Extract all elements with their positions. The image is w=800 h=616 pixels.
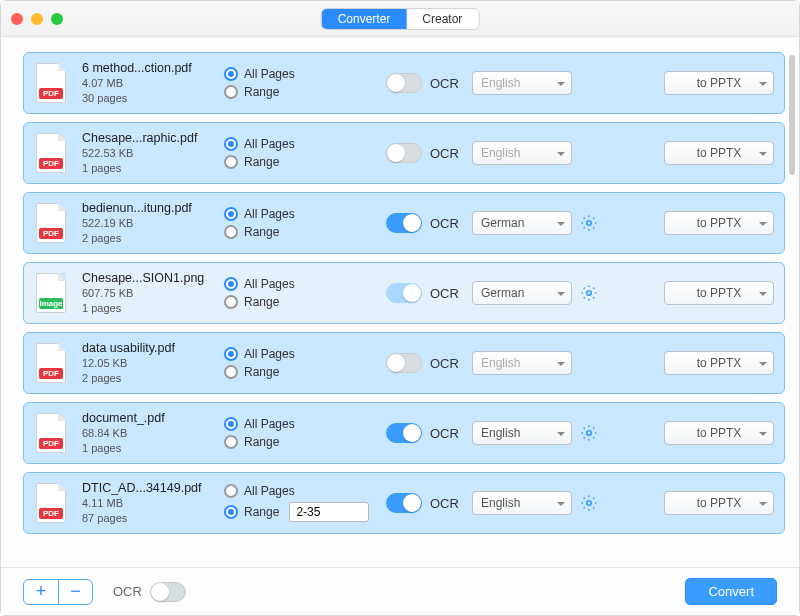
ocr-toggle[interactable] [386, 283, 422, 303]
output-format-select[interactable]: to PPTX [664, 281, 774, 305]
output-format-select[interactable]: to PPTX [664, 491, 774, 515]
close-window-button[interactable] [11, 13, 23, 25]
ocr-toggle[interactable] [386, 143, 422, 163]
file-size: 4.07 MB [82, 76, 216, 91]
file-pages: 2 pages [82, 231, 216, 246]
tab-creator[interactable]: Creator [406, 9, 478, 29]
radio-all-pages[interactable] [224, 137, 238, 151]
ocr-toggle[interactable] [386, 353, 422, 373]
file-pages: 30 pages [82, 91, 216, 106]
file-icon: PDF [36, 63, 66, 103]
file-size: 607.75 KB [82, 286, 216, 301]
ocr-settings-icon[interactable] [580, 284, 598, 302]
file-row[interactable]: PDFbedienun...itung.pdf522.19 KB2 pagesA… [23, 192, 785, 254]
mode-tabs: Converter Creator [321, 8, 480, 30]
file-row[interactable]: PDFdata usability.pdf12.05 KB2 pagesAll … [23, 332, 785, 394]
svg-point-2 [587, 431, 592, 436]
ocr-label: OCR [430, 426, 459, 441]
page-range-group: All PagesRange [224, 137, 378, 169]
ocr-label: OCR [430, 216, 459, 231]
remove-file-button[interactable]: − [58, 580, 92, 604]
ocr-toggle[interactable] [386, 423, 422, 443]
file-name: document_.pdf [82, 411, 216, 426]
range-label: Range [244, 155, 279, 169]
radio-all-pages[interactable] [224, 484, 238, 498]
radio-range[interactable] [224, 435, 238, 449]
file-row[interactable]: PDFDTIC_AD...34149.pdf4.11 MB87 pagesAll… [23, 472, 785, 534]
ocr-toggle[interactable] [386, 213, 422, 233]
file-size: 522.53 KB [82, 146, 216, 161]
radio-range[interactable] [224, 505, 238, 519]
global-ocr-toggle[interactable] [150, 582, 186, 602]
language-select[interactable]: English [472, 421, 572, 445]
all-pages-label: All Pages [244, 484, 295, 498]
file-icon: PDF [36, 203, 66, 243]
all-pages-label: All Pages [244, 207, 295, 221]
output-format-select[interactable]: to PPTX [664, 141, 774, 165]
file-type-badge: Image [39, 298, 63, 309]
radio-range[interactable] [224, 155, 238, 169]
range-label: Range [244, 295, 279, 309]
ocr-settings-icon[interactable] [580, 424, 598, 442]
file-name: Chesape...raphic.pdf [82, 131, 216, 146]
language-select[interactable]: English [472, 71, 572, 95]
minimize-window-button[interactable] [31, 13, 43, 25]
page-range-group: All PagesRange [224, 417, 378, 449]
titlebar: Converter Creator [1, 1, 799, 37]
range-input[interactable] [289, 502, 369, 522]
file-icon: PDF [36, 483, 66, 523]
file-info: data usability.pdf12.05 KB2 pages [80, 341, 216, 386]
language-select[interactable]: English [472, 351, 572, 375]
all-pages-label: All Pages [244, 277, 295, 291]
file-row[interactable]: PDF6 method...ction.pdf4.07 MB30 pagesAl… [23, 52, 785, 114]
file-row[interactable]: ImageChesape...SION1.png607.75 KB1 pages… [23, 262, 785, 324]
ocr-settings-icon[interactable] [580, 214, 598, 232]
output-format-select[interactable]: to PPTX [664, 71, 774, 95]
chevron-down-icon [759, 432, 767, 440]
output-format-select[interactable]: to PPTX [664, 211, 774, 235]
chevron-down-icon [759, 502, 767, 510]
radio-range[interactable] [224, 85, 238, 99]
language-select[interactable]: English [472, 491, 572, 515]
zoom-window-button[interactable] [51, 13, 63, 25]
range-label: Range [244, 85, 279, 99]
all-pages-label: All Pages [244, 67, 295, 81]
scrollbar[interactable] [789, 55, 795, 175]
file-row[interactable]: PDFdocument_.pdf68.84 KB1 pagesAll Pages… [23, 402, 785, 464]
output-format-select[interactable]: to PPTX [664, 421, 774, 445]
radio-range[interactable] [224, 295, 238, 309]
tab-converter[interactable]: Converter [322, 9, 407, 29]
radio-all-pages[interactable] [224, 67, 238, 81]
ocr-settings-icon[interactable] [580, 494, 598, 512]
radio-all-pages[interactable] [224, 347, 238, 361]
ocr-toggle[interactable] [386, 73, 422, 93]
chevron-down-icon [759, 82, 767, 90]
chevron-down-icon [557, 222, 565, 230]
chevron-down-icon [557, 292, 565, 300]
radio-range[interactable] [224, 365, 238, 379]
file-info: Chesape...SION1.png607.75 KB1 pages [80, 271, 216, 316]
file-pages: 87 pages [82, 511, 216, 526]
language-select[interactable]: German [472, 281, 572, 305]
file-size: 522.19 KB [82, 216, 216, 231]
file-name: data usability.pdf [82, 341, 216, 356]
chevron-down-icon [759, 292, 767, 300]
ocr-label: OCR [430, 496, 459, 511]
language-select[interactable]: German [472, 211, 572, 235]
chevron-down-icon [759, 152, 767, 160]
output-format-select[interactable]: to PPTX [664, 351, 774, 375]
ocr-toggle[interactable] [386, 493, 422, 513]
radio-all-pages[interactable] [224, 207, 238, 221]
add-file-button[interactable]: + [24, 580, 58, 604]
file-row[interactable]: PDFChesape...raphic.pdf522.53 KB1 pagesA… [23, 122, 785, 184]
radio-all-pages[interactable] [224, 277, 238, 291]
svg-point-3 [587, 501, 592, 506]
file-type-badge: PDF [39, 228, 63, 239]
convert-button[interactable]: Convert [685, 578, 777, 605]
chevron-down-icon [557, 82, 565, 90]
radio-range[interactable] [224, 225, 238, 239]
language-select[interactable]: English [472, 141, 572, 165]
file-list: PDF6 method...ction.pdf4.07 MB30 pagesAl… [1, 37, 799, 567]
radio-all-pages[interactable] [224, 417, 238, 431]
file-size: 12.05 KB [82, 356, 216, 371]
